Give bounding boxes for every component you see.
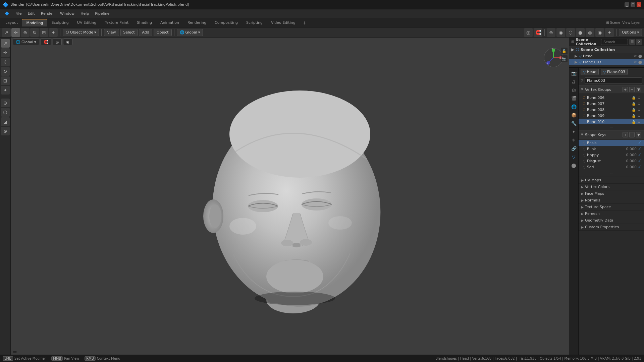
vg-arrow-4[interactable]: ↕ [637, 119, 641, 124]
shape-keys-header[interactable]: ▶ Shape Keys + − ▼ [579, 130, 644, 139]
vg-bone006[interactable]: ⬡ Bone.006 🔒 ↕ [579, 95, 644, 101]
tool-sidebar-scale[interactable]: ⊞ [1, 76, 10, 85]
texture-space-row[interactable]: ▶ Texture Space [579, 204, 644, 210]
tool-scale[interactable]: ⊞ [40, 28, 48, 37]
vg-arrow-2[interactable]: ↕ [637, 107, 641, 112]
lock-icon[interactable]: 🔒 [561, 48, 568, 54]
tab-scripting[interactable]: Scripting [242, 19, 267, 26]
sk-more-btn[interactable]: ▼ [636, 132, 641, 137]
outliner-item-plane[interactable]: ▶ ▽ Plane.003 👁 ⬤ [569, 59, 644, 65]
maximize-btn[interactable]: □ [631, 2, 635, 7]
prop-view-layer[interactable]: 🗂 [570, 86, 578, 94]
tool-sidebar-select[interactable]: ↗ [1, 39, 10, 48]
tool-sidebar-inset[interactable]: ⬡ [1, 108, 10, 117]
outliner-filter-btn[interactable]: ☰ [629, 39, 635, 45]
prop-physics[interactable]: ⚛ [570, 136, 578, 144]
tool-cursor[interactable]: ✛ [11, 28, 20, 37]
vertex-colors-row[interactable]: ▶ Vertex Colors [579, 184, 644, 190]
vg-arrow-0[interactable]: ↕ [637, 95, 641, 100]
camera-icon[interactable]: 📷 [561, 55, 568, 62]
plane-obj-btn[interactable]: ▽ Plane.003 [601, 69, 628, 75]
normals-row[interactable]: ▶ Normals [579, 197, 644, 204]
select-menu[interactable]: Select [120, 29, 138, 36]
add-workspace-btn[interactable]: + [300, 19, 309, 27]
menu-edit[interactable]: Edit [25, 11, 37, 16]
prop-object-data[interactable]: ▽ [570, 153, 578, 161]
proportional-edit-btn[interactable]: ◎ [524, 28, 533, 37]
vg-remove-btn[interactable]: − [629, 87, 635, 92]
custom-properties-row[interactable]: ▶ Custom Properties [579, 224, 644, 231]
menu-blender[interactable]: 🔷 [2, 11, 12, 16]
prop-output[interactable]: 🖨 [570, 77, 578, 85]
sk-check-2[interactable]: ✓ [638, 153, 641, 157]
sk-basis[interactable]: ⬡ Basis ✓ [579, 140, 644, 146]
tab-sculpting[interactable]: Sculpting [47, 19, 72, 26]
prop-material[interactable]: ⬤ [570, 161, 578, 169]
sk-remove-btn[interactable]: − [629, 132, 635, 137]
prop-modifier[interactable]: 🔧 [570, 119, 578, 127]
add-menu[interactable]: Add [139, 29, 152, 36]
vg-arrow-3[interactable]: ↕ [637, 113, 641, 118]
uv-maps-row[interactable]: ▶ UV Maps [579, 177, 644, 184]
menu-window[interactable]: Window [57, 11, 77, 16]
tool-sidebar-bevel[interactable]: ◢ [1, 117, 10, 126]
minimize-btn[interactable]: _ [625, 2, 629, 7]
prop-constraints[interactable]: 🔗 [570, 144, 578, 153]
prop-render[interactable]: 📷 [570, 69, 578, 77]
tab-texture-paint[interactable]: Texture Paint [101, 19, 132, 26]
vg-arrow-1[interactable]: ↕ [637, 101, 641, 106]
tool-sidebar-extrude[interactable]: ⊕ [1, 99, 10, 107]
view-layer-label[interactable]: View Layer [622, 21, 641, 24]
tool-sidebar-move[interactable]: ↕ [1, 58, 10, 66]
xray-btn[interactable]: ⬡ [566, 28, 575, 37]
global-selector[interactable]: 🌐 Global ▾ [177, 29, 203, 36]
tool-move[interactable]: ⊕ [21, 28, 30, 37]
plane-visibility-icon[interactable]: 👁 [634, 60, 637, 64]
tab-compositing[interactable]: Compositing [211, 19, 242, 26]
outliner-search[interactable] [601, 39, 628, 45]
head-visibility-icon[interactable]: 👁 [634, 54, 637, 58]
tool-sidebar-rotate[interactable]: ↻ [1, 67, 10, 76]
vg-more-btn[interactable]: ▼ [636, 87, 641, 92]
remesh-row[interactable]: ▶ Remesh [579, 210, 644, 217]
sk-check-3[interactable]: ✓ [638, 159, 641, 163]
tool-sidebar-loop-cut[interactable]: ⊗ [1, 127, 10, 135]
material-shading-btn[interactable]: ◎ [586, 28, 594, 37]
tab-layout[interactable]: Layout [1, 19, 22, 26]
close-btn[interactable]: × [637, 2, 641, 7]
view-menu[interactable]: View [104, 29, 119, 36]
geometry-data-row[interactable]: ▶ Geometry Data [579, 217, 644, 224]
sk-sad[interactable]: ⬡ Sad 0.000 ✓ [579, 164, 644, 170]
prop-particles[interactable]: ✦ [570, 128, 578, 136]
prop-object[interactable]: 📦 [570, 111, 578, 119]
scene-collection-header[interactable]: ▶ ⬡ Scene Collection [569, 46, 644, 53]
object-name-input[interactable]: Plane.003 [585, 77, 642, 84]
menu-render[interactable]: Render [38, 11, 57, 16]
tab-rendering[interactable]: Rendering [183, 19, 210, 26]
menu-help[interactable]: Help [78, 11, 92, 16]
vertex-groups-header[interactable]: ▶ Vertex Groups + − ▼ [579, 85, 644, 94]
menu-file[interactable]: File [13, 11, 24, 16]
outliner-sync-btn[interactable]: ⟳ [636, 39, 642, 45]
tool-rotate[interactable]: ↻ [30, 28, 39, 37]
rendered-shading-btn[interactable]: ◉ [595, 28, 604, 37]
menu-pipeline[interactable]: Pipeline [92, 11, 112, 16]
outliner-item-head[interactable]: ▶ ▽ Head 👁 ⬤ [569, 53, 644, 59]
snap-btn[interactable]: 🧲 [534, 28, 542, 37]
vg-lock-4[interactable]: 🔒 [631, 119, 636, 124]
vg-lock-3[interactable]: 🔒 [631, 113, 636, 118]
tool-sidebar-cursor[interactable]: ✛ [1, 48, 10, 57]
face-maps-row[interactable]: ▶ Face Maps [579, 190, 644, 197]
options-btn[interactable]: Options ▾ [619, 29, 642, 36]
viewport[interactable]: 🌐 Global ▾ 🧲 ◎ ◉ X Y Z [11, 38, 569, 355]
solid-shading-btn[interactable]: ● [576, 28, 585, 37]
sk-happy[interactable]: ⬡ Happy 0.000 ✓ [579, 152, 644, 158]
prop-scene[interactable]: 🎬 [570, 94, 578, 102]
vg-bone009[interactable]: ⬡ Bone.009 🔒 ↕ [579, 113, 644, 119]
vg-bone007[interactable]: ⬡ Bone.007 🔒 ↕ [579, 101, 644, 107]
sk-check-1[interactable]: ✓ [638, 146, 641, 151]
sk-check-0[interactable]: ✓ [638, 140, 641, 145]
tool-transform[interactable]: ✦ [49, 28, 58, 37]
head-select-icon[interactable]: ⬤ [638, 54, 642, 58]
object-menu[interactable]: Object [154, 29, 172, 36]
